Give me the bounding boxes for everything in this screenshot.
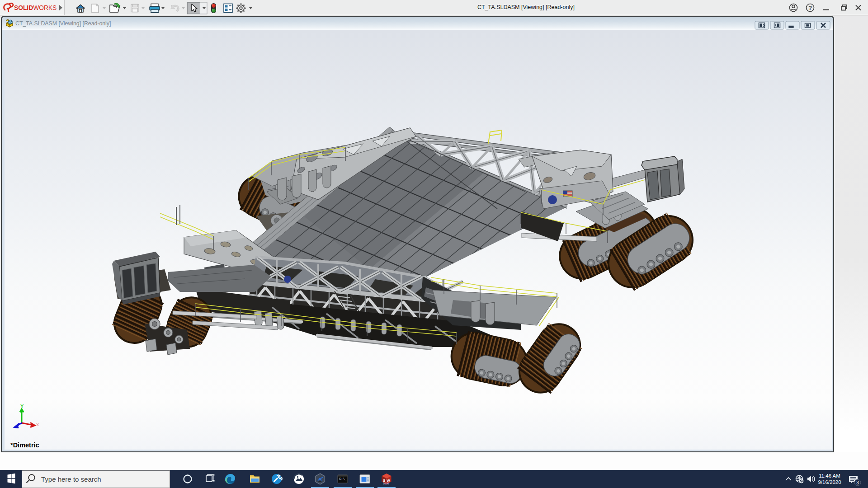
svg-text:*Dimetric: *Dimetric	[10, 441, 39, 449]
svg-text:?: ?	[808, 5, 812, 11]
svg-text:3: 3	[856, 480, 859, 485]
svg-text:x: x	[36, 422, 39, 427]
svg-text:C:\_: C:\_	[339, 477, 347, 481]
svg-text:Y: Y	[20, 404, 24, 409]
svg-text:2020: 2020	[383, 482, 390, 485]
svg-text:SOLIDWORKS: SOLIDWORKS	[14, 5, 57, 11]
